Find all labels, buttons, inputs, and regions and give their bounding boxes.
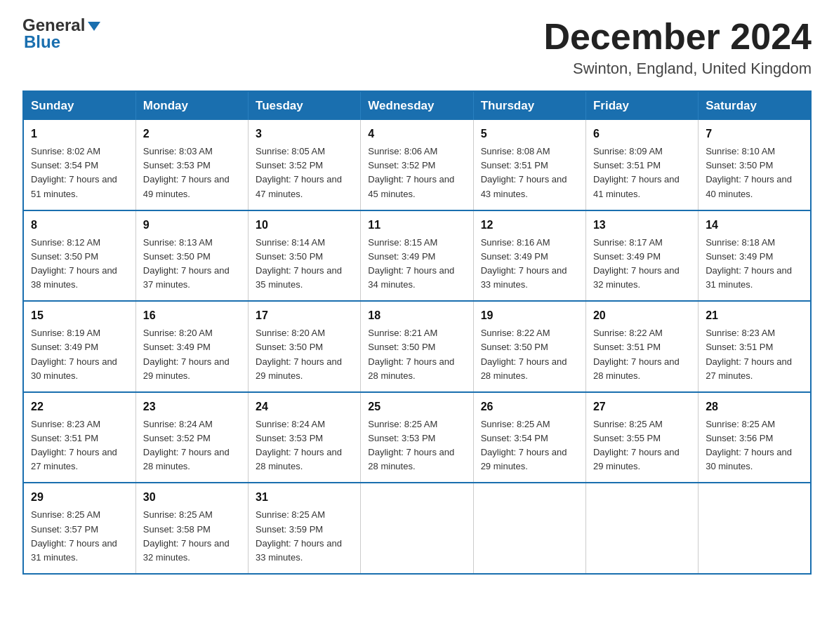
day-number: 13 [593,217,691,234]
day-number: 14 [706,217,803,234]
day-info: Sunrise: 8:20 AMSunset: 3:50 PMDaylight:… [256,326,353,383]
day-number: 17 [256,307,353,324]
calendar-cell: 3Sunrise: 8:05 AMSunset: 3:52 PMDaylight… [249,120,361,210]
month-title: December 2024 [543,17,812,57]
calendar-cell: 5Sunrise: 8:08 AMSunset: 3:51 PMDaylight… [473,120,585,210]
day-number: 20 [593,307,691,324]
page-header: General Blue December 2024 Swinton, Engl… [22,17,812,78]
day-number: 26 [481,398,578,415]
calendar-header-tuesday: Tuesday [249,91,361,120]
day-info: Sunrise: 8:22 AMSunset: 3:51 PMDaylight:… [593,326,691,383]
day-number: 31 [256,489,353,506]
title-area: December 2024 Swinton, England, United K… [543,17,812,78]
calendar-cell [473,483,585,574]
day-info: Sunrise: 8:21 AMSunset: 3:50 PMDaylight:… [368,326,465,383]
day-number: 2 [143,126,241,142]
day-info: Sunrise: 8:25 AMSunset: 3:59 PMDaylight:… [256,508,353,565]
calendar-cell: 29Sunrise: 8:25 AMSunset: 3:57 PMDayligh… [23,483,135,574]
day-number: 30 [143,489,241,506]
calendar-cell: 17Sunrise: 8:20 AMSunset: 3:50 PMDayligh… [249,301,361,392]
day-number: 6 [593,126,691,142]
day-number: 19 [481,307,578,324]
day-number: 22 [31,398,128,415]
calendar-cell: 10Sunrise: 8:14 AMSunset: 3:50 PMDayligh… [249,210,361,302]
day-number: 3 [256,126,353,142]
day-info: Sunrise: 8:25 AMSunset: 3:53 PMDaylight:… [368,417,465,474]
logo-triangle-icon [88,22,100,31]
day-number: 9 [143,217,241,234]
day-info: Sunrise: 8:06 AMSunset: 3:52 PMDaylight:… [368,145,465,201]
day-number: 8 [31,217,128,234]
day-info: Sunrise: 8:17 AMSunset: 3:49 PMDaylight:… [593,236,691,293]
calendar-cell: 7Sunrise: 8:10 AMSunset: 3:50 PMDaylight… [699,120,811,210]
calendar-header-friday: Friday [585,91,698,120]
calendar-cell: 2Sunrise: 8:03 AMSunset: 3:53 PMDaylight… [135,120,248,210]
day-number: 4 [368,126,465,142]
calendar-cell: 4Sunrise: 8:06 AMSunset: 3:52 PMDaylight… [361,120,473,210]
day-info: Sunrise: 8:09 AMSunset: 3:51 PMDaylight:… [593,145,691,201]
day-info: Sunrise: 8:25 AMSunset: 3:56 PMDaylight:… [706,417,803,474]
day-number: 7 [706,126,803,142]
day-number: 21 [706,307,803,324]
day-info: Sunrise: 8:13 AMSunset: 3:50 PMDaylight:… [143,236,241,293]
calendar-cell: 24Sunrise: 8:24 AMSunset: 3:53 PMDayligh… [249,392,361,483]
day-info: Sunrise: 8:15 AMSunset: 3:49 PMDaylight:… [368,236,465,293]
day-number: 1 [31,126,128,142]
calendar-week-row: 22Sunrise: 8:23 AMSunset: 3:51 PMDayligh… [23,392,811,483]
day-info: Sunrise: 8:25 AMSunset: 3:54 PMDaylight:… [481,417,578,474]
day-info: Sunrise: 8:03 AMSunset: 3:53 PMDaylight:… [143,145,241,201]
calendar-cell: 15Sunrise: 8:19 AMSunset: 3:49 PMDayligh… [23,301,135,392]
calendar-cell: 6Sunrise: 8:09 AMSunset: 3:51 PMDaylight… [585,120,698,210]
day-number: 12 [481,217,578,234]
day-info: Sunrise: 8:12 AMSunset: 3:50 PMDaylight:… [31,236,128,293]
day-number: 23 [143,398,241,415]
calendar-week-row: 1Sunrise: 8:02 AMSunset: 3:54 PMDaylight… [23,120,811,210]
day-info: Sunrise: 8:23 AMSunset: 3:51 PMDaylight:… [31,417,128,474]
calendar-header-sunday: Sunday [23,91,135,120]
day-number: 16 [143,307,241,324]
calendar-cell: 11Sunrise: 8:15 AMSunset: 3:49 PMDayligh… [361,210,473,302]
day-info: Sunrise: 8:10 AMSunset: 3:50 PMDaylight:… [706,145,803,201]
day-info: Sunrise: 8:25 AMSunset: 3:55 PMDaylight:… [593,417,691,474]
calendar-header-wednesday: Wednesday [361,91,473,120]
calendar-cell: 22Sunrise: 8:23 AMSunset: 3:51 PMDayligh… [23,392,135,483]
day-number: 29 [31,489,128,506]
day-info: Sunrise: 8:16 AMSunset: 3:49 PMDaylight:… [481,236,578,293]
day-number: 27 [593,398,691,415]
logo-general-text: General [22,17,85,34]
calendar-cell: 1Sunrise: 8:02 AMSunset: 3:54 PMDaylight… [23,120,135,210]
calendar-cell: 20Sunrise: 8:22 AMSunset: 3:51 PMDayligh… [585,301,698,392]
logo-blue-text: Blue [22,34,100,51]
calendar-cell: 23Sunrise: 8:24 AMSunset: 3:52 PMDayligh… [135,392,248,483]
calendar-cell: 31Sunrise: 8:25 AMSunset: 3:59 PMDayligh… [249,483,361,574]
day-info: Sunrise: 8:18 AMSunset: 3:49 PMDaylight:… [706,236,803,293]
day-info: Sunrise: 8:20 AMSunset: 3:49 PMDaylight:… [143,326,241,383]
day-info: Sunrise: 8:19 AMSunset: 3:49 PMDaylight:… [31,326,128,383]
calendar-week-row: 8Sunrise: 8:12 AMSunset: 3:50 PMDaylight… [23,210,811,302]
calendar-cell [585,483,698,574]
day-info: Sunrise: 8:24 AMSunset: 3:53 PMDaylight:… [256,417,353,474]
calendar-cell: 19Sunrise: 8:22 AMSunset: 3:50 PMDayligh… [473,301,585,392]
day-number: 28 [706,398,803,415]
calendar-table: SundayMondayTuesdayWednesdayThursdayFrid… [22,90,812,575]
day-number: 11 [368,217,465,234]
calendar-cell: 13Sunrise: 8:17 AMSunset: 3:49 PMDayligh… [585,210,698,302]
calendar-cell: 27Sunrise: 8:25 AMSunset: 3:55 PMDayligh… [585,392,698,483]
calendar-header-saturday: Saturday [699,91,811,120]
calendar-cell: 8Sunrise: 8:12 AMSunset: 3:50 PMDaylight… [23,210,135,302]
day-info: Sunrise: 8:25 AMSunset: 3:58 PMDaylight:… [143,508,241,565]
day-info: Sunrise: 8:14 AMSunset: 3:50 PMDaylight:… [256,236,353,293]
day-number: 5 [481,126,578,142]
calendar-cell: 26Sunrise: 8:25 AMSunset: 3:54 PMDayligh… [473,392,585,483]
location-label: Swinton, England, United Kingdom [543,60,812,78]
day-number: 24 [256,398,353,415]
logo: General Blue [22,17,100,51]
calendar-cell [361,483,473,574]
calendar-cell: 18Sunrise: 8:21 AMSunset: 3:50 PMDayligh… [361,301,473,392]
day-info: Sunrise: 8:08 AMSunset: 3:51 PMDaylight:… [481,145,578,201]
day-number: 25 [368,398,465,415]
calendar-cell: 14Sunrise: 8:18 AMSunset: 3:49 PMDayligh… [699,210,811,302]
calendar-cell: 21Sunrise: 8:23 AMSunset: 3:51 PMDayligh… [699,301,811,392]
calendar-cell [699,483,811,574]
calendar-header-row: SundayMondayTuesdayWednesdayThursdayFrid… [23,91,811,120]
